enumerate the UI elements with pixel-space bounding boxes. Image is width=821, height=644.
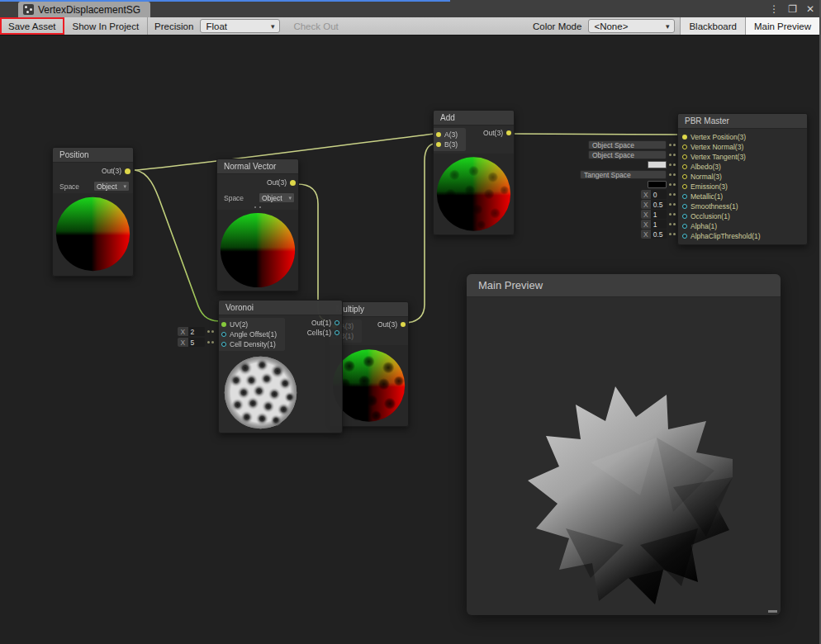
widget-connector: [669, 163, 676, 166]
graph-canvas[interactable]: Position Out(3) Space Object ▾ No: [0, 36, 821, 644]
node-pbr-master[interactable]: PBR Master Vertex Position(3) Vertex Nor…: [677, 113, 808, 245]
close-icon[interactable]: ✕: [806, 3, 814, 15]
widget-connector: [669, 173, 676, 176]
widget-connector: [669, 193, 676, 196]
input-port-occlusion[interactable]: [682, 214, 687, 219]
widget-connector: [207, 341, 214, 343]
widget-connector: [669, 144, 676, 146]
node-title[interactable]: Normal Vector: [217, 159, 298, 174]
color-mode-label: Color Mode: [526, 17, 588, 35]
chevron-down-icon: ▾: [666, 22, 670, 31]
main-preview-toggle-button[interactable]: Main Preview: [746, 17, 819, 35]
emission-color-swatch[interactable]: [648, 180, 676, 189]
maximize-icon[interactable]: ❐: [788, 3, 797, 15]
save-asset-button[interactable]: Save Asset: [0, 17, 64, 35]
widget-connector: [669, 154, 676, 156]
node-title[interactable]: Voronoi: [219, 301, 342, 315]
input-port-uv[interactable]: [221, 322, 226, 327]
alpha-value-widget[interactable]: X 1: [641, 220, 676, 229]
output-port-out[interactable]: [335, 320, 339, 325]
space-label: Space: [59, 182, 79, 191]
tab-bar: VertexDisplacementSG ⋮ ❐ ✕: [0, 0, 819, 17]
space-label: Space: [224, 194, 244, 202]
node-add[interactable]: Add A(3) B(3) Out(3): [433, 110, 515, 235]
input-port-normal[interactable]: [682, 174, 687, 179]
voronoi-preview: [222, 354, 299, 431]
output-port[interactable]: [401, 322, 406, 327]
node-voronoi[interactable]: Voronoi UV(2) Angle Offset(1) Cell Densi…: [218, 300, 343, 433]
input-port-albedo[interactable]: [682, 164, 687, 169]
albedo-color-swatch[interactable]: [648, 160, 676, 169]
chevron-down-icon: ▾: [271, 22, 275, 31]
input-port-vertex-normal[interactable]: [682, 144, 687, 149]
widget-connector: [669, 183, 676, 186]
node-preview: [53, 193, 133, 276]
shader-graph-window: VertexDisplacementSG ⋮ ❐ ✕ Save Asset Sh…: [0, 0, 821, 644]
color-mode-dropdown[interactable]: <None> ▾: [588, 19, 675, 33]
node-title[interactable]: PBR Master: [678, 114, 807, 129]
precision-dropdown[interactable]: Float ▾: [200, 19, 280, 33]
input-port-a[interactable]: [436, 132, 441, 137]
x-component-label: X: [178, 338, 188, 347]
cell-density-value[interactable]: 5: [188, 338, 205, 347]
smoothness-value-widget[interactable]: X 0.5: [641, 200, 676, 209]
main-preview-title: Main Preview: [478, 279, 543, 291]
normal-space-widget[interactable]: Tangent Space: [580, 170, 676, 179]
menu-icon[interactable]: ⋮: [769, 3, 779, 15]
show-in-project-button[interactable]: Show In Project: [64, 17, 149, 35]
x-component-label: X: [178, 327, 188, 336]
node-title[interactable]: Add: [434, 111, 514, 125]
toolbar: Save Asset Show In Project Precision Flo…: [0, 17, 819, 36]
input-port-emission[interactable]: [682, 184, 687, 189]
input-port-angle-offset[interactable]: [221, 332, 226, 337]
vertex-tangent-space-widget[interactable]: Object Space: [588, 150, 676, 159]
check-out-button: Check Out: [285, 17, 346, 35]
precision-label: Precision: [148, 17, 200, 35]
cell-density-value-widget[interactable]: X 5: [178, 338, 214, 347]
angle-offset-value[interactable]: 2: [188, 327, 205, 336]
output-port[interactable]: [506, 130, 511, 135]
position-preview-sphere: [55, 195, 131, 273]
vertex-normal-space-widget[interactable]: Object Space: [588, 140, 676, 149]
tab-vertexdisplacementsg[interactable]: VertexDisplacementSG: [18, 2, 150, 17]
angle-offset-value-widget[interactable]: X 2: [178, 327, 214, 336]
occlusion-value-widget[interactable]: X 1: [641, 210, 676, 219]
normal-preview-sphere: [219, 211, 297, 289]
input-port-alphaclipthreshold[interactable]: [682, 234, 687, 239]
input-port-vertex-tangent[interactable]: [682, 154, 687, 159]
widget-connector: [669, 233, 676, 235]
node-preview: [217, 210, 298, 291]
node-normal-vector[interactable]: Normal Vector Out(3) Space Object ▾: [216, 159, 299, 291]
output-port[interactable]: [290, 180, 296, 186]
metallic-value-widget[interactable]: X 0: [641, 190, 676, 199]
tab-title: VertexDisplacementSG: [38, 4, 140, 16]
input-port-cell-density[interactable]: [221, 342, 226, 347]
port-label: Out(3): [102, 167, 121, 175]
input-port-b[interactable]: [436, 142, 441, 147]
shader-graph-icon: [23, 4, 34, 15]
displaced-sphere-preview[interactable]: [467, 297, 781, 615]
blackboard-toggle-button[interactable]: Blackboard: [680, 17, 746, 35]
widget-connector: [207, 330, 214, 333]
output-port-cells[interactable]: [335, 330, 339, 335]
widget-connector: [669, 213, 676, 215]
port-label: Out(3): [267, 178, 287, 187]
main-preview-header[interactable]: Main Preview: [467, 274, 781, 297]
space-dropdown[interactable]: Object ▾: [259, 192, 295, 203]
node-preview: [434, 154, 514, 234]
node-title[interactable]: Position: [53, 148, 133, 163]
widget-connector: [669, 203, 676, 206]
main-preview-panel[interactable]: Main Preview: [467, 274, 781, 615]
chevron-down-icon: ▾: [288, 195, 292, 201]
resize-handle[interactable]: [768, 610, 777, 613]
node-position[interactable]: Position Out(3) Space Object ▾: [52, 147, 134, 277]
add-preview-sphere: [435, 155, 512, 233]
output-port[interactable]: [125, 168, 131, 174]
alphaclipthreshold-value-widget[interactable]: X 0.5: [641, 230, 676, 239]
space-dropdown[interactable]: Object ▾: [93, 181, 130, 192]
input-port-metallic[interactable]: [682, 194, 687, 199]
input-port-smoothness[interactable]: [682, 204, 687, 209]
input-port-vertex-position[interactable]: [682, 135, 687, 140]
input-port-alpha[interactable]: [682, 224, 687, 229]
widget-connector: [669, 223, 676, 225]
